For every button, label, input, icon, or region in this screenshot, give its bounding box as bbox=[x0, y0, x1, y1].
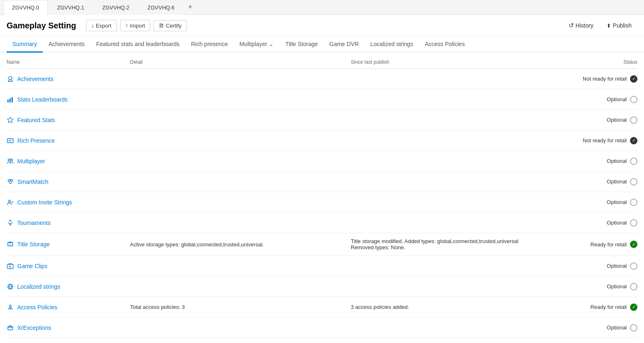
featured-icon bbox=[7, 116, 14, 124]
row-name-xr-exceptions[interactable]: XrExceptions bbox=[7, 324, 130, 331]
tab-zgvvhq0[interactable]: ZGVVHQ.0 bbox=[3, 0, 48, 15]
multiplayer-icon bbox=[7, 158, 14, 165]
svg-rect-2 bbox=[9, 98, 11, 102]
tab-title-storage[interactable]: Title Storage bbox=[279, 37, 323, 53]
row-status-localized-strings: Optional bbox=[572, 283, 637, 290]
certify-button[interactable]: 🖹 Certify bbox=[153, 20, 187, 31]
status-badge-circle bbox=[630, 199, 637, 206]
status-label: Optional bbox=[607, 263, 627, 269]
export-label: Export bbox=[96, 23, 112, 29]
publish-button[interactable]: ⬆ Publish bbox=[601, 20, 637, 31]
tournaments-icon bbox=[7, 219, 14, 227]
tab-access-policies[interactable]: Access Policies bbox=[419, 37, 470, 53]
tab-summary[interactable]: Summary bbox=[7, 37, 43, 53]
tab-zgvvhq6[interactable]: ZGVVHQ.6 bbox=[139, 0, 183, 15]
row-name-custom-invite[interactable]: Custom Invite Strings bbox=[7, 199, 130, 206]
row-name-title-storage[interactable]: Title Storage bbox=[7, 241, 130, 248]
table-row: Localized strings Optional bbox=[7, 276, 637, 297]
row-status-rich-presence: Not ready for retail ✓ bbox=[572, 137, 637, 144]
history-button[interactable]: ↺ History bbox=[563, 20, 600, 31]
status-label: Optional bbox=[607, 324, 627, 331]
svg-point-12 bbox=[9, 305, 12, 307]
row-name-rich-presence[interactable]: Rich Presence bbox=[7, 137, 130, 144]
svg-rect-4 bbox=[7, 139, 13, 143]
row-name-stats-leaderboards[interactable]: Stats Leaderboards bbox=[7, 96, 130, 103]
col-detail: Detail bbox=[130, 59, 351, 65]
game-clips-icon bbox=[7, 262, 14, 270]
import-button[interactable]: ↑ Import bbox=[120, 20, 151, 31]
status-badge-circle bbox=[630, 283, 637, 290]
certify-label: Certify bbox=[166, 23, 181, 29]
nav-tabs: Summary Achievements Featured stats and … bbox=[0, 37, 644, 53]
row-status-xr-exceptions: Optional bbox=[572, 324, 637, 331]
table-rows: Achievements Not ready for retail ✓ Stat… bbox=[7, 69, 637, 338]
page-header: Gameplay Setting ↓ Export ↑ Import 🖹 Cer… bbox=[0, 15, 644, 37]
tab-achievements[interactable]: Achievements bbox=[43, 37, 91, 53]
row-status-featured-stats: Optional bbox=[572, 116, 637, 124]
status-label: Not ready for retail bbox=[583, 76, 627, 82]
history-icon: ↺ bbox=[569, 22, 574, 29]
row-name-smartmatch[interactable]: SmartMatch bbox=[7, 178, 130, 185]
row-detail-title-storage: Active storage types: global,connected,t… bbox=[130, 241, 351, 248]
row-name-localized-strings[interactable]: Localized strings bbox=[7, 283, 130, 290]
add-tab-button[interactable]: + bbox=[184, 1, 197, 13]
status-label: Optional bbox=[607, 117, 627, 123]
status-label: Optional bbox=[607, 199, 627, 205]
header-actions: ↓ Export ↑ Import 🖹 Certify bbox=[86, 20, 187, 31]
svg-point-0 bbox=[9, 76, 12, 80]
status-badge-circle bbox=[630, 262, 637, 270]
col-since: Since last publish bbox=[351, 59, 572, 65]
tab-localized-strings[interactable]: Localized strings bbox=[365, 37, 419, 53]
title-storage-icon bbox=[7, 241, 14, 248]
row-name-multiplayer[interactable]: Multiplayer bbox=[7, 158, 130, 165]
status-badge-circle bbox=[630, 219, 637, 227]
tab-featured-stats[interactable]: Featured stats and leaderboards bbox=[91, 37, 185, 53]
publish-icon: ⬆ bbox=[607, 23, 611, 29]
row-status-smartmatch: Optional bbox=[572, 178, 637, 185]
row-name-game-clips[interactable]: Game Clips bbox=[7, 262, 130, 270]
row-since-access-policies: 3 access policies added. bbox=[351, 304, 572, 310]
svg-point-6 bbox=[11, 159, 13, 161]
access-icon bbox=[7, 304, 14, 311]
row-name-achievements[interactable]: Achievements bbox=[7, 75, 130, 83]
row-status-achievements: Not ready for retail ✓ bbox=[572, 75, 637, 83]
status-badge-ready: ✓ bbox=[630, 241, 637, 248]
status-badge-circle bbox=[630, 324, 637, 331]
row-status-game-clips: Optional bbox=[572, 262, 637, 270]
status-label: Optional bbox=[607, 158, 627, 164]
table-row: Rich Presence Not ready for retail ✓ bbox=[7, 130, 637, 151]
row-status-title-storage: Ready for retail ✓ bbox=[572, 241, 637, 248]
table-row: Title Storage Active storage types: glob… bbox=[7, 233, 637, 256]
tab-multiplayer[interactable]: Multiplayer ⌄ bbox=[234, 37, 280, 53]
svg-point-7 bbox=[8, 179, 10, 181]
row-detail-access-policies: Total access policies: 3 bbox=[130, 304, 351, 310]
svg-rect-1 bbox=[7, 100, 9, 102]
tab-rich-presence[interactable]: Rich presence bbox=[185, 37, 234, 53]
export-button[interactable]: ↓ Export bbox=[86, 20, 117, 31]
status-badge-not-ready: ✓ bbox=[630, 75, 637, 83]
invite-icon bbox=[7, 199, 14, 206]
svg-rect-13 bbox=[8, 327, 13, 330]
import-label: Import bbox=[130, 23, 145, 29]
localized-icon bbox=[7, 283, 14, 290]
xr-icon bbox=[7, 324, 14, 331]
row-name-access-policies[interactable]: Access Policies bbox=[7, 304, 130, 311]
row-status-multiplayer: Optional bbox=[572, 158, 637, 165]
col-status: Status bbox=[572, 59, 637, 65]
row-name-featured-stats[interactable]: Featured Stats bbox=[7, 116, 130, 124]
rich-presence-icon bbox=[7, 137, 14, 144]
table-row: Achievements Not ready for retail ✓ bbox=[7, 69, 637, 89]
row-name-tournaments[interactable]: Tournaments bbox=[7, 219, 130, 227]
smartmatch-icon bbox=[7, 178, 14, 185]
export-icon: ↓ bbox=[91, 22, 94, 29]
status-badge-not-ready: ✓ bbox=[630, 137, 637, 144]
status-label: Ready for retail bbox=[591, 241, 627, 248]
header-right-actions: ↺ History ⬆ Publish bbox=[563, 20, 637, 31]
status-badge-circle bbox=[630, 116, 637, 124]
svg-point-8 bbox=[11, 179, 13, 181]
tab-zgvvhq2[interactable]: ZGVVHQ.2 bbox=[94, 0, 138, 15]
tab-zgvvhq1[interactable]: ZGVVHQ.1 bbox=[49, 0, 93, 15]
summary-table: Name Detail Since last publish Status Ac… bbox=[0, 56, 644, 338]
tab-game-dvr[interactable]: Game DVR bbox=[323, 37, 365, 53]
status-label: Optional bbox=[607, 178, 627, 185]
